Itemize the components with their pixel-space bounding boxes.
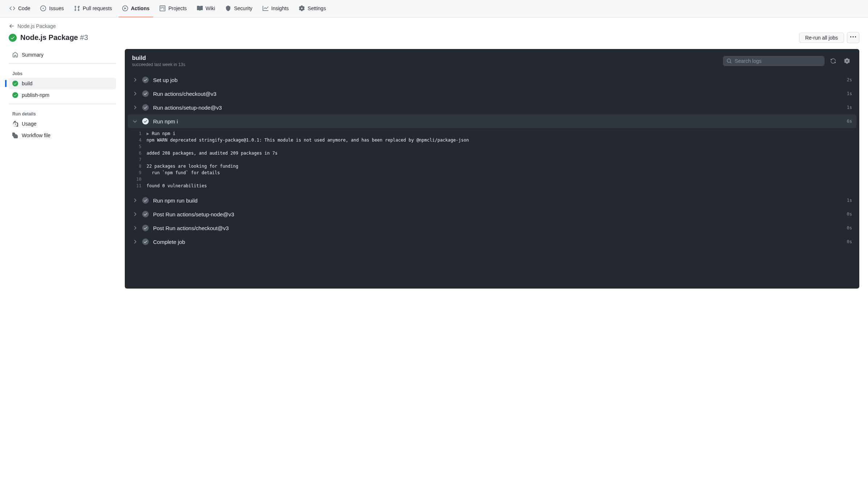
breadcrumb-parent[interactable]: Node.js Package [17,23,56,29]
step-duration: 1s [847,198,852,203]
step-row[interactable]: Run npm i6s [128,114,856,128]
step-duration: 1s [847,105,852,110]
nav-actions[interactable]: Actions [119,0,153,17]
sidebar-summary[interactable]: Summary [9,49,116,61]
check-circle-icon [142,238,149,245]
more-actions-button[interactable] [847,32,859,43]
log-line: 1Run npm i [128,130,856,137]
nav-code[interactable]: Code [6,0,34,17]
line-number: 6 [132,151,147,156]
nav-settings[interactable]: Settings [295,0,330,17]
search-logs-input[interactable] [735,58,821,64]
chevron-down-icon [132,118,138,124]
log-line: 9 run `npm fund` for details [128,170,856,176]
page-header: Node.js Package Node.js Package #3 Re-ru… [0,17,868,43]
chevron-right-icon [132,91,138,97]
job-title: build [132,55,185,61]
line-text: added 208 packages, and audited 209 pack… [147,151,277,156]
check-circle-icon [12,81,18,86]
check-circle-icon [142,211,149,217]
repo-nav: CodeIssuesPull requestsActionsProjectsWi… [0,0,868,17]
step-row[interactable]: Post Run actions/setup-node@v30s [125,207,859,221]
nav-label: Pull requests [83,5,112,11]
log-line: 11found 0 vulnerabilities [128,183,856,189]
sidebar-summary-label: Summary [22,52,44,58]
nav-pull-requests[interactable]: Pull requests [70,0,116,17]
search-logs-wrap[interactable] [723,56,824,66]
nav-label: Wiki [206,5,215,11]
pr-icon [74,5,80,11]
log-panel: build succeeded last week in 13s Set up … [125,49,859,289]
run-details-heading: Run details [9,109,116,118]
step-row[interactable]: Run npm run build1s [125,193,859,207]
step-name: Complete job [153,239,847,245]
nav-issues[interactable]: Issues [37,0,67,17]
kebab-icon [850,34,856,40]
sidebar-usage[interactable]: Usage [9,118,116,130]
nav-insights[interactable]: Insights [259,0,292,17]
step-duration: 1s [847,91,852,96]
step-name: Post Run actions/setup-node@v3 [153,211,847,217]
chevron-right-icon [132,197,138,203]
step-row[interactable]: Run actions/setup-node@v31s [125,101,859,114]
gear-icon [844,58,850,64]
step-name: Set up job [153,77,847,83]
shield-icon [225,5,231,11]
step-duration: 2s [847,77,852,82]
check-circle-icon [9,34,17,42]
step-row[interactable]: Set up job2s [125,73,859,87]
step-row[interactable]: Post Run actions/checkout@v30s [125,221,859,235]
nav-security[interactable]: Security [222,0,256,17]
log-line: 4npm WARN deprecated stringify-package@1… [128,137,856,143]
line-number: 1 [132,131,147,136]
sidebar-workflow-file[interactable]: Workflow file [9,130,116,141]
project-icon [160,5,165,11]
step-duration: 6s [847,119,852,124]
job-label: build [22,81,33,86]
check-circle-icon [142,118,149,124]
check-circle-icon [142,77,149,83]
check-circle-icon [142,197,149,204]
breadcrumb[interactable]: Node.js Package [9,23,859,29]
step-duration: 0s [847,225,852,230]
settings-button[interactable] [842,56,852,66]
step-row[interactable]: Run actions/checkout@v31s [125,87,859,101]
nav-wiki[interactable]: Wiki [193,0,219,17]
play-icon [122,5,128,11]
line-text: run `npm fund` for details [147,170,220,175]
sync-icon [830,58,836,64]
issue-icon [40,5,46,11]
sidebar-job-publish-npm[interactable]: publish-npm [9,89,116,101]
check-circle-icon [142,90,149,97]
nav-label: Code [18,5,30,11]
line-number: 5 [132,144,147,149]
step-row[interactable]: Complete job0s [125,235,859,249]
sidebar-workflow-file-label: Workflow file [22,132,50,138]
job-subtitle: succeeded last week in 13s [132,62,185,67]
run-title: Node.js Package #3 [9,33,88,42]
log-line: 6added 208 packages, and audited 209 pac… [128,150,856,156]
step-name: Run actions/checkout@v3 [153,91,847,97]
search-icon [727,58,732,64]
line-number: 9 [132,170,147,175]
line-number: 10 [132,177,147,182]
nav-projects[interactable]: Projects [156,0,190,17]
sidebar-usage-label: Usage [22,121,36,127]
log-line: 5 [128,143,856,150]
run-number: #3 [80,33,88,41]
sidebar-job-build[interactable]: build [9,78,116,89]
line-number: 11 [132,183,147,188]
refresh-button[interactable] [828,56,838,66]
check-circle-icon [142,104,149,111]
line-number: 8 [132,164,147,169]
log-line: 822 packages are looking for funding [128,163,856,170]
line-text: 22 packages are looking for funding [147,164,238,169]
chevron-right-icon [132,239,138,245]
line-text: npm WARN deprecated stringify-package@1.… [147,138,469,143]
step-name: Post Run actions/checkout@v3 [153,225,847,231]
book-icon [197,5,203,11]
stopwatch-icon [12,121,18,127]
graph-icon [263,5,268,11]
rerun-all-button[interactable]: Re-run all jobs [799,33,844,43]
nav-label: Insights [271,5,289,11]
